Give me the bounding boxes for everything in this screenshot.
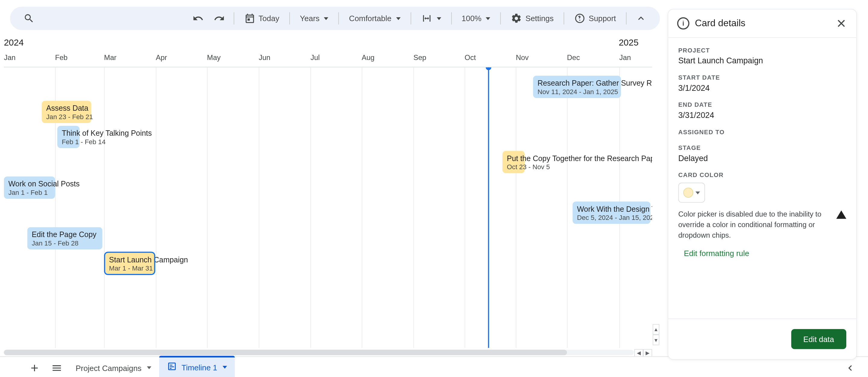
card-dates: Jan 15 - Feb 28	[32, 239, 98, 247]
timeline-card[interactable]: Work With the Design TeamDec 5, 2024 - J…	[572, 201, 650, 224]
help-icon	[574, 13, 585, 24]
month-label: Jun	[258, 53, 270, 62]
today-label: Today	[258, 14, 279, 23]
chevron-left-icon	[844, 362, 856, 373]
card-dates: Jan 1 - Feb 1	[8, 189, 51, 197]
field-value-start: 3/1/2024	[678, 84, 846, 93]
today-button[interactable]: Today	[240, 9, 284, 27]
chevron-down-icon	[223, 366, 227, 369]
month-label: Sep	[413, 53, 427, 62]
month-label: Feb	[55, 53, 67, 62]
card-color-picker	[678, 183, 705, 203]
add-sheet-button[interactable]	[24, 356, 46, 377]
month-label: Jan	[4, 53, 16, 62]
chevron-up-icon	[635, 13, 647, 24]
field-value-stage: Delayed	[678, 154, 846, 163]
today-marker	[488, 67, 489, 348]
calendar-icon	[244, 13, 255, 24]
chevron-down-icon	[436, 17, 441, 20]
plus-icon	[29, 362, 40, 373]
field-label-start: START DATE	[678, 74, 846, 81]
card-dates: Nov 11, 2024 - Jan 1, 2025	[537, 88, 616, 96]
zoom-percent-dropdown[interactable]: 100%	[457, 9, 495, 27]
redo-button[interactable]	[210, 9, 228, 27]
card-dates: Feb 1 - Feb 14	[62, 138, 75, 146]
redo-icon	[213, 13, 224, 24]
year-label: 2025	[619, 38, 639, 48]
horizontal-scrollbar[interactable]	[4, 350, 634, 355]
card-dates: Mar 1 - Mar 31	[109, 264, 150, 272]
gridlines	[4, 67, 652, 348]
field-label-color: CARD COLOR	[678, 172, 846, 178]
month-label: Jan	[619, 53, 631, 62]
year-label: 2024	[4, 38, 24, 48]
edit-formatting-rule-link[interactable]: Edit formatting rule	[678, 249, 846, 258]
card-title: Think of Key Talking Points	[62, 129, 75, 138]
gear-icon	[511, 13, 522, 24]
field-label-stage: STAGE	[678, 144, 846, 151]
timeline-card[interactable]: Edit the Page CopyJan 15 - Feb 28	[27, 227, 102, 250]
search-button[interactable]	[20, 9, 38, 27]
card-dates: Jan 23 - Feb 21	[46, 113, 87, 121]
density-label: Comfortable	[349, 14, 392, 23]
column-width-dropdown[interactable]	[416, 9, 445, 27]
month-label: Apr	[156, 53, 167, 62]
timeline-canvas[interactable]: Research Paper: Gather Survey ResultsNov…	[4, 67, 652, 348]
field-label-project: PROJECT	[678, 47, 846, 53]
month-label: Oct	[465, 53, 476, 62]
tab-project-campaigns[interactable]: Project Campaigns	[68, 356, 159, 377]
scrollbar-thumb[interactable]	[4, 350, 567, 355]
zoom-granularity-label: Years	[300, 14, 319, 23]
settings-button[interactable]: Settings	[507, 9, 558, 27]
density-dropdown[interactable]: Comfortable	[344, 9, 405, 27]
all-sheets-button[interactable]	[45, 356, 68, 377]
card-title: Research Paper: Gather Survey Results	[537, 79, 616, 87]
card-title: Start Launch Campaign	[109, 256, 150, 264]
timeline-card[interactable]: Research Paper: Gather Survey ResultsNov…	[533, 76, 621, 98]
collapse-toolbar-button[interactable]	[632, 9, 650, 27]
timeline-card[interactable]: Put the Copy Together for the Research P…	[502, 151, 525, 173]
support-label: Support	[589, 14, 616, 23]
month-label: Dec	[567, 53, 580, 62]
panel-title: Card details	[695, 18, 830, 29]
tab-timeline-1[interactable]: Timeline 1	[159, 355, 235, 377]
month-label: May	[207, 53, 221, 62]
settings-label: Settings	[525, 14, 553, 23]
timeline-card[interactable]: Think of Key Talking PointsFeb 1 - Feb 1…	[57, 126, 80, 148]
zoom-granularity-dropdown[interactable]: Years	[296, 9, 333, 27]
zoom-percent-label: 100%	[461, 14, 481, 23]
month-label: Jul	[310, 53, 320, 62]
search-icon	[24, 13, 35, 24]
scroll-right-button[interactable]: ▶	[643, 349, 652, 357]
scroll-left-button[interactable]: ◀	[634, 349, 644, 357]
support-button[interactable]: Support	[569, 9, 620, 27]
timeline-card[interactable]: Start Launch CampaignMar 1 - Mar 31	[104, 252, 155, 274]
tab-label: Timeline 1	[181, 363, 217, 372]
timeline-card[interactable]: Work on Social PostsJan 1 - Feb 1	[4, 176, 55, 199]
card-dates: Oct 23 - Nov 5	[507, 163, 520, 171]
color-swatch	[683, 187, 693, 198]
chevron-down-icon	[324, 17, 329, 20]
info-icon: i	[677, 17, 689, 30]
undo-button[interactable]	[189, 9, 207, 27]
menu-icon	[51, 362, 62, 373]
timeline-card[interactable]: Assess DataJan 23 - Feb 21	[41, 101, 91, 123]
field-value-project: Start Launch Campaign	[678, 56, 846, 65]
field-label-assigned: ASSIGNED TO	[678, 128, 846, 135]
timeline-icon	[167, 361, 177, 373]
card-title: Work With the Design Team	[577, 205, 646, 213]
card-title: Assess Data	[46, 104, 87, 113]
year-row: 2024 2025	[4, 38, 652, 51]
edit-data-button[interactable]: Edit data	[791, 329, 846, 349]
month-label: Nov	[516, 53, 529, 62]
month-label: Aug	[362, 53, 375, 62]
chevron-down-icon	[695, 191, 700, 194]
scroll-up-button[interactable]: ▲	[653, 324, 659, 335]
month-row: JanFebMarAprMayJunJulAugSepOctNovDecJan	[4, 53, 652, 67]
month-label: Mar	[104, 53, 116, 62]
disabled-note-text: Color picker is disabled due to the inab…	[678, 209, 831, 241]
close-button[interactable]	[835, 17, 847, 30]
column-width-icon	[421, 13, 432, 24]
chevron-down-icon	[396, 17, 401, 20]
scroll-down-button[interactable]: ▼	[653, 335, 659, 345]
